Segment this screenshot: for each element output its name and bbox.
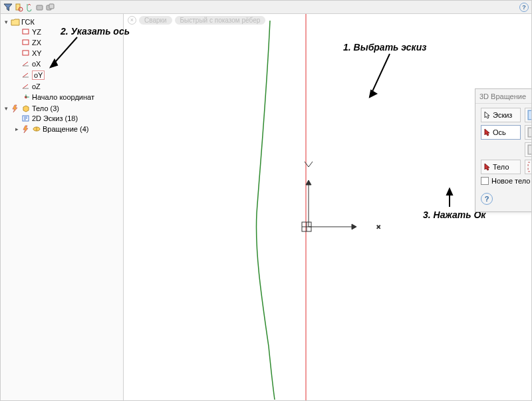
viewport-tabs: × Сварки Быстрый с показом рёбер [124, 14, 265, 26]
dialog-titlebar[interactable]: 3D Вращение × [475, 89, 532, 104]
tree-label: ZX [32, 39, 41, 47]
plane-icon [21, 39, 31, 47]
preview-icon-1[interactable] [525, 108, 532, 122]
origin-icon [21, 93, 31, 101]
collapse-icon[interactable]: ▾ [3, 106, 9, 112]
tab-close-icon[interactable]: × [128, 16, 136, 25]
checkbox-label: Новое тело ассоциативно [491, 177, 532, 185]
tree-label: oX [32, 60, 41, 68]
button-label: Ось [493, 128, 506, 136]
tree-node-body[interactable]: ▾ Тело (3) [2, 104, 122, 113]
annotation-2: 2. Указать ось [61, 26, 130, 37]
toolbar-icon-2[interactable] [25, 3, 34, 12]
body-icon [21, 104, 31, 112]
preview-icon-4[interactable] [525, 160, 532, 174]
dialog-title: 3D Вращение [479, 92, 526, 100]
tree-node-gsk[interactable]: ▾ ГСК [2, 17, 122, 27]
expand-icon[interactable]: ▸ [14, 126, 20, 132]
tree-label: Начало координат [32, 93, 94, 101]
svg-text:×: × [376, 223, 380, 231]
svg-rect-22 [528, 145, 532, 154]
tree-label: XY [32, 49, 42, 57]
dialog-3d-revolution: 3D Вращение × Эскиз Ось [475, 88, 532, 212]
tab-welds[interactable]: Сварки [139, 16, 172, 25]
tree-node-sketch2d[interactable]: 2D Эскиз (18) [13, 114, 122, 123]
select-axis-button[interactable]: Ось [481, 125, 521, 140]
tree-label: ГСК [21, 18, 35, 26]
cursor-icon [484, 163, 491, 171]
sketch-icon [21, 114, 31, 122]
plane-icon [21, 28, 31, 36]
tab-edges[interactable]: Быстрый с показом рёбер [175, 16, 266, 25]
tree-node-oz[interactable]: oZ [13, 82, 122, 91]
tree-label: oZ [32, 82, 41, 90]
tree-node-zx[interactable]: ZX [13, 38, 122, 47]
annotation-1: 1. Выбрать эскиз [343, 42, 426, 53]
folder-icon [11, 18, 20, 26]
tree-label: Вращение (4) [43, 125, 88, 133]
associative-checkbox-row[interactable]: Новое тело ассоциативно [481, 174, 532, 189]
svg-rect-2 [37, 5, 43, 10]
tree-label: 2D Эскиз (18) [32, 114, 78, 122]
select-body-button[interactable]: Тело [481, 160, 521, 174]
filter-icon[interactable] [3, 3, 13, 12]
button-label: Тело [493, 163, 509, 171]
tree-node-origin[interactable]: Начало координат [13, 92, 122, 102]
svg-rect-6 [23, 40, 29, 45]
tree-label: oY [32, 70, 45, 80]
tree-node-oy[interactable]: oY [13, 70, 122, 80]
svg-line-18 [370, 54, 390, 97]
toolbar-icon-4[interactable] [46, 3, 55, 12]
toolbar-icon-3[interactable] [35, 3, 45, 12]
cursor-icon [484, 111, 491, 119]
button-label: Эскиз [493, 111, 512, 119]
plane-icon [21, 49, 31, 57]
tree-node-revolution[interactable]: ▸Вращение (4) [13, 124, 122, 134]
svg-rect-21 [528, 128, 532, 137]
svg-rect-23 [528, 162, 532, 172]
axis-icon [21, 82, 31, 90]
svg-rect-20 [528, 110, 532, 120]
svg-rect-14 [302, 222, 311, 231]
revolution-icon [32, 125, 41, 133]
viewport-canvas: × [124, 14, 532, 401]
preview-icon-2[interactable] [525, 125, 532, 140]
model-tree-sidebar: ▾ ГСК YZ ZX XY oX oY oZ Начало координат… [1, 14, 124, 400]
svg-rect-4 [49, 4, 54, 9]
tree-node-ox[interactable]: oX [13, 59, 122, 68]
preview-icon-3[interactable] [525, 142, 532, 157]
top-toolbar: ? [1, 1, 531, 14]
axis-icon [21, 71, 31, 79]
flash-icon [21, 125, 31, 133]
svg-rect-5 [23, 29, 29, 34]
tree-label: YZ [32, 28, 41, 36]
tree-node-xy[interactable]: XY [13, 49, 122, 58]
svg-rect-7 [23, 51, 29, 55]
checkbox[interactable] [481, 177, 489, 185]
viewport-3d[interactable]: × Сварки Быстрый с показом рёбер × 1. Вы… [124, 14, 531, 400]
svg-rect-0 [16, 4, 20, 10]
help-icon[interactable]: ? [481, 193, 493, 205]
cursor-icon [484, 128, 491, 136]
select-sketch-button[interactable]: Эскиз [481, 108, 521, 122]
axis-icon [21, 60, 31, 68]
tree-label: Тело (3) [32, 104, 59, 112]
toolbar-icon-1[interactable] [14, 3, 23, 12]
flash-icon [11, 104, 20, 112]
collapse-icon[interactable]: ▾ [3, 19, 9, 25]
help-icon[interactable]: ? [519, 3, 529, 12]
